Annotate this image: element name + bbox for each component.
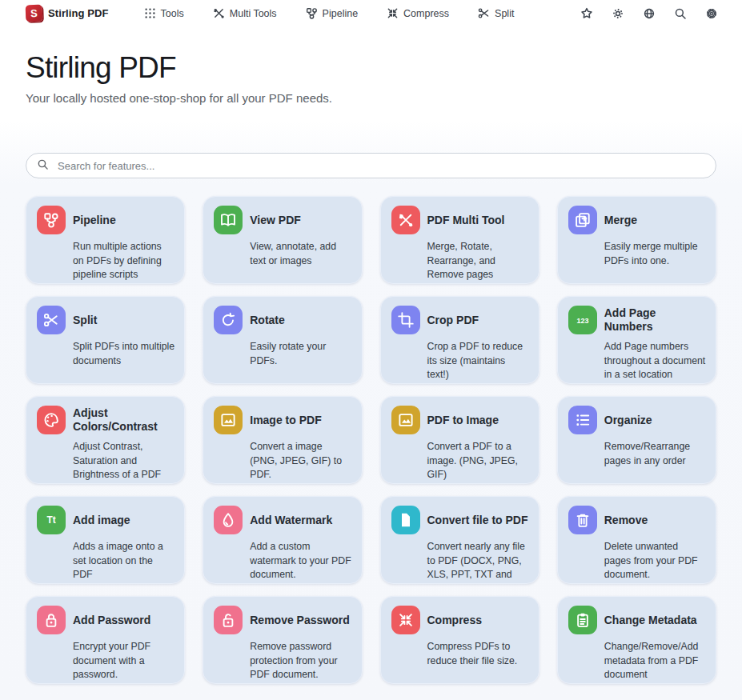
star-button[interactable] xyxy=(580,7,593,20)
card-add-page-numbers[interactable]: 123Add Page NumbersAdd Page numbers thro… xyxy=(557,296,716,384)
scissors-icon xyxy=(478,7,490,19)
card-description: Merge, Rotate, Rearrange, and Remove pag… xyxy=(425,240,529,282)
search-icon xyxy=(674,7,687,20)
brand[interactable]: S Stirling PDF xyxy=(26,5,109,22)
search-icon xyxy=(37,158,49,174)
card-description: Split PDFs into multiple documents xyxy=(70,340,174,367)
letters-Tt-icon: Tt xyxy=(43,512,59,528)
card-view-pdf[interactable]: View PDFView, annotate, add text or imag… xyxy=(203,196,362,284)
card-icon-badge xyxy=(391,606,420,634)
palette-icon xyxy=(43,412,59,428)
globe-button[interactable] xyxy=(643,7,656,20)
card-icon-badge xyxy=(568,206,597,234)
card-description: Adds a image onto a set location on the … xyxy=(70,540,174,582)
card-title: Add image xyxy=(70,514,174,527)
card-icon-badge: Tt xyxy=(37,506,66,534)
card-convert-file-to-pdf[interactable]: Convert file to PDFConvert nearly any fi… xyxy=(380,496,539,584)
card-add-password[interactable]: Add PasswordEncrypt your PDF document wi… xyxy=(26,596,185,684)
svg-text:123: 123 xyxy=(576,317,588,325)
image-icon xyxy=(398,412,414,428)
stirling-logo-icon: S xyxy=(26,5,43,22)
card-title: Crop PDF xyxy=(425,314,529,327)
card-description: Change/Remove/Add metadata from a PDF do… xyxy=(602,640,706,682)
top-navbar: S Stirling PDF ToolsMulti ToolsPipelineC… xyxy=(0,0,742,26)
card-title: Convert file to PDF xyxy=(425,514,529,527)
tools-icon xyxy=(398,212,414,228)
page-subtitle: Your locally hosted one-stop-shop for al… xyxy=(26,91,716,105)
globe-icon xyxy=(643,7,656,20)
brightness-button[interactable] xyxy=(612,7,624,20)
card-icon-badge xyxy=(37,206,66,234)
pipeline-icon xyxy=(306,7,318,19)
card-title: Image to PDF xyxy=(247,414,351,427)
nav-item-split[interactable]: Split xyxy=(478,7,514,19)
card-title: Split xyxy=(70,314,174,327)
card-change-metadata[interactable]: Change MetadataChange/Remove/Add metadat… xyxy=(557,596,716,684)
card-description: View, annotate, add text or images xyxy=(247,240,351,267)
nav-item-multi-tools[interactable]: Multi Tools xyxy=(213,7,277,19)
card-rotate[interactable]: RotateEasily rotate your PDFs. xyxy=(203,296,362,384)
card-pipeline[interactable]: PipelineRun multiple actions on PDFs by … xyxy=(26,196,185,284)
card-remove-password[interactable]: Remove PasswordRemove password protectio… xyxy=(203,596,362,684)
card-title: Remove xyxy=(602,514,706,527)
card-description: Add Page numbers throughout a document i… xyxy=(602,340,706,382)
card-icon-badge xyxy=(214,406,243,434)
nav-item-label: Split xyxy=(495,8,514,19)
card-split[interactable]: SplitSplit PDFs into multiple documents xyxy=(26,296,185,384)
list-icon xyxy=(575,412,591,428)
card-organize[interactable]: OrganizeRemove/Rearrange pages in any or… xyxy=(557,396,716,484)
card-description: Convert a image (PNG, JPEG, GIF) to PDF. xyxy=(247,440,351,482)
nav-item-pipeline[interactable]: Pipeline xyxy=(306,7,358,19)
card-description: Easily rotate your PDFs. xyxy=(247,340,351,367)
pipeline-icon xyxy=(43,212,59,228)
feature-search-bar[interactable] xyxy=(26,153,716,178)
card-icon-badge xyxy=(391,506,420,534)
card-add-watermark[interactable]: Add WatermarkAdd a custom watermark to y… xyxy=(203,496,362,584)
card-title: Adjust Colors/Contrast xyxy=(70,406,174,434)
main-content: Stirling PDF Your locally hosted one-sto… xyxy=(0,50,742,684)
card-description: Delete unwanted pages from your PDF docu… xyxy=(602,540,706,582)
card-description: Crop a PDF to reduce its size (maintains… xyxy=(425,340,529,382)
compress-arrows-icon xyxy=(387,7,399,19)
star-icon xyxy=(580,7,593,20)
clipboard-icon xyxy=(575,612,591,628)
card-add-image[interactable]: TtAdd imageAdds a image onto a set locat… xyxy=(26,496,185,584)
card-icon-badge xyxy=(214,506,243,534)
card-compress[interactable]: CompressCompress PDFs to reduce their fi… xyxy=(380,596,539,684)
card-merge[interactable]: MergeEasily merge multiple PDFs into one… xyxy=(557,196,716,284)
search-button[interactable] xyxy=(674,7,687,20)
card-title: Rotate xyxy=(247,314,351,327)
brand-name: Stirling PDF xyxy=(48,7,109,19)
card-image-to-pdf[interactable]: Image to PDFConvert a image (PNG, JPEG, … xyxy=(203,396,362,484)
card-title: Merge xyxy=(602,214,706,227)
lock-icon xyxy=(43,612,59,628)
nav-item-label: Compress xyxy=(403,8,449,19)
card-pdf-multi-tool[interactable]: PDF Multi ToolMerge, Rotate, Rearrange, … xyxy=(380,196,539,284)
book-open-icon xyxy=(220,212,236,228)
settings-gear-button[interactable] xyxy=(705,7,718,20)
numbers-123-icon: 123 xyxy=(575,312,591,328)
nav-item-label: Pipeline xyxy=(323,8,358,19)
card-adjust-colors-contrast[interactable]: Adjust Colors/ContrastAdjust Contrast, S… xyxy=(26,396,185,484)
search-input[interactable] xyxy=(56,159,705,173)
card-icon-badge xyxy=(391,206,420,234)
card-icon-badge: 123 xyxy=(568,306,597,334)
card-crop-pdf[interactable]: Crop PDFCrop a PDF to reduce its size (m… xyxy=(380,296,539,384)
nav-item-compress[interactable]: Compress xyxy=(387,7,449,19)
card-remove[interactable]: RemoveDelete unwanted pages from your PD… xyxy=(557,496,716,584)
nav-item-label: Tools xyxy=(161,8,184,19)
card-pdf-to-image[interactable]: PDF to ImageConvert a PDF to a image. (P… xyxy=(380,396,539,484)
card-description: Compress PDFs to reduce their file size. xyxy=(425,640,529,667)
compress-arrows-icon xyxy=(398,612,414,628)
image-icon xyxy=(220,412,236,428)
nav-item-label: Multi Tools xyxy=(230,8,277,19)
card-title: Change Metadata xyxy=(602,614,706,627)
card-description: Convert a PDF to a image. (PNG, JPEG, GI… xyxy=(425,440,529,482)
merge-icon xyxy=(575,212,591,228)
crop-icon xyxy=(398,312,414,328)
nav-menu: ToolsMulti ToolsPipelineCompressSplit xyxy=(144,7,515,19)
card-description: Adjust Contrast, Saturation and Brightne… xyxy=(70,440,174,482)
card-icon-badge xyxy=(214,306,243,334)
nav-item-tools[interactable]: Tools xyxy=(144,7,184,19)
card-icon-badge xyxy=(37,606,66,634)
